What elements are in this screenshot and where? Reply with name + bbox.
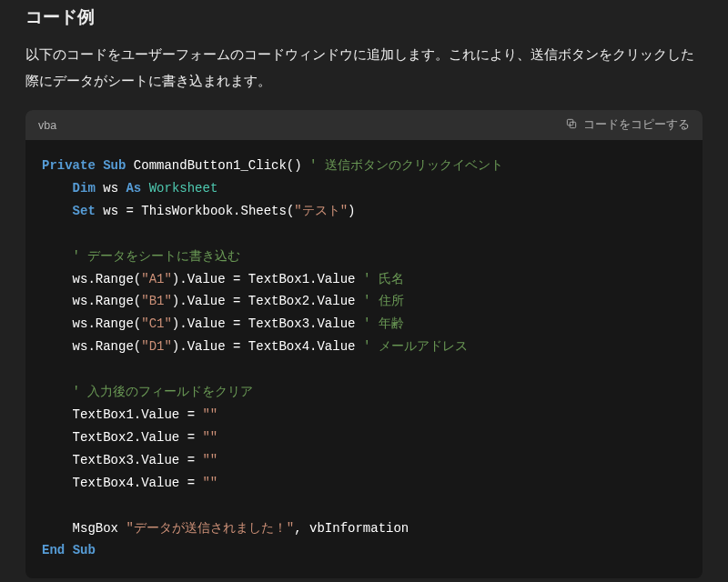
section-description: 以下のコードをユーザーフォームのコードウィンドウに追加します。これにより、送信ボ… <box>25 42 703 94</box>
code-header: vba コードをコピーする <box>25 110 703 140</box>
section-heading: コード例 <box>25 0 703 29</box>
code-language-label: vba <box>38 119 56 132</box>
content-container: コード例 以下のコードをユーザーフォームのコードウィンドウに追加します。これによ… <box>0 0 728 582</box>
code-block: vba コードをコピーする Private Sub CommandButton1… <box>25 110 703 578</box>
code-content: Private Sub CommandButton1_Click() ' 送信ボ… <box>25 140 703 578</box>
copy-code-label: コードをコピーする <box>583 117 690 133</box>
copy-code-button[interactable]: コードをコピーする <box>565 115 690 135</box>
copy-icon <box>565 117 578 133</box>
